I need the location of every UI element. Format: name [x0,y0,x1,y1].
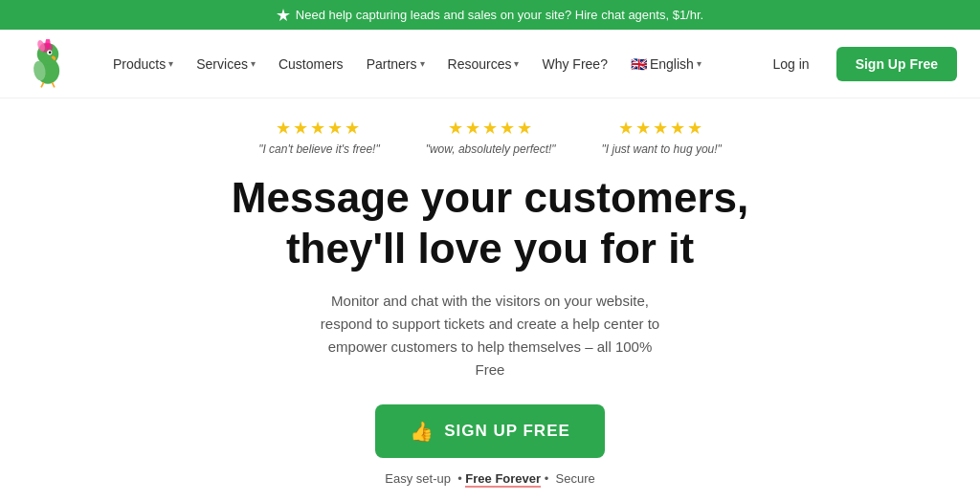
star-rating: ★★★★★ [618,118,704,139]
nav-products[interactable]: Products ▾ [103,49,183,79]
thumbs-up-icon: 👍 [410,420,434,443]
main-content: ★★★★★ "I can't believe it's free!" ★★★★★… [0,98,980,501]
partners-chevron-icon: ▾ [420,58,425,69]
nav-actions: Log in Sign Up Free [757,47,957,81]
stars-row: ★★★★★ "I can't believe it's free!" ★★★★★… [258,118,722,156]
services-chevron-icon: ▾ [251,58,256,69]
nav-services[interactable]: Services ▾ [187,49,265,79]
star-rating: ★★★★★ [276,118,362,139]
language-flag-icon: 🇬🇧 [631,56,647,72]
star-quote: "I just want to hug you!" [602,142,722,156]
cta-signup-button[interactable]: 👍 SIGN UP FREE [375,404,605,458]
banner-icon [277,9,290,22]
logo-parrot-icon [23,39,73,89]
login-button[interactable]: Log in [757,49,824,79]
nav-partners[interactable]: Partners ▾ [357,49,434,79]
hero-heading: Message your customers, they'll love you… [232,173,748,274]
resources-chevron-icon: ▾ [514,58,519,69]
star-quote: "wow, absolutely perfect!" [426,142,556,156]
nav-language[interactable]: 🇬🇧 English ▾ [621,49,711,79]
products-chevron-icon: ▾ [168,58,173,69]
top-banner: Need help capturing leads and sales on y… [0,0,980,30]
nav-customers[interactable]: Customers [269,49,353,79]
easy-setup-text: Easy set-up • Free Forever • Secure [385,471,594,486]
language-chevron-icon: ▾ [697,58,702,69]
nav-resources[interactable]: Resources ▾ [438,49,529,79]
logo[interactable] [23,39,73,89]
hero-subtext: Monitor and chat with the visitors on yo… [318,290,662,381]
svg-point-4 [49,51,52,54]
star-rating: ★★★★★ [448,118,534,139]
svg-line-6 [41,82,44,87]
navbar: Products ▾ Services ▾ Customers Partners… [0,30,980,98]
svg-line-7 [52,82,55,87]
nav-links: Products ▾ Services ▾ Customers Partners… [103,49,757,79]
star-group: ★★★★★ "I just want to hug you!" [602,118,722,156]
signup-button[interactable]: Sign Up Free [836,47,957,81]
nav-whyfree[interactable]: Why Free? [532,49,616,79]
star-group: ★★★★★ "wow, absolutely perfect!" [426,118,556,156]
star-group: ★★★★★ "I can't believe it's free!" [258,118,380,156]
star-quote: "I can't believe it's free!" [258,142,380,156]
banner-text: Need help capturing leads and sales on y… [296,8,703,22]
